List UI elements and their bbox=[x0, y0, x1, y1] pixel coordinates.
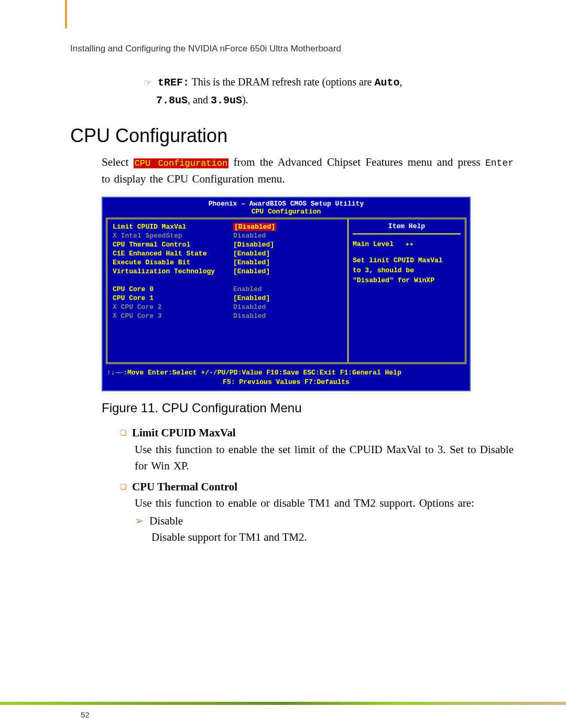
bullet-list: ❏Limit CPUID MaxVal Use this function to… bbox=[120, 425, 514, 546]
triangle-bullet-icon: ➢ bbox=[135, 515, 144, 527]
bios-row-label: CPU Core 2 bbox=[121, 303, 162, 311]
bios-row-label: Limit CPUID MaxVal bbox=[113, 223, 186, 231]
bios-row-label: Execute Disable Bit bbox=[113, 259, 190, 266]
page-footer: 52 bbox=[0, 702, 566, 728]
hand-pointer-icon: ☞ bbox=[144, 78, 152, 88]
figure-caption: Figure 11. CPU Configuration Menu bbox=[102, 401, 514, 415]
tref-val-1: 7.8uS bbox=[156, 94, 188, 106]
bios-row-label: C1E Enhanced Halt State bbox=[113, 250, 206, 258]
bios-row-core-3: X CPU Core 3 Disabled bbox=[113, 312, 342, 320]
bullet-head: Limit CPUID MaxVal bbox=[132, 426, 236, 439]
page: Installing and Configuring the NVIDIA nF… bbox=[0, 0, 566, 728]
bios-row-execute-disable[interactable]: Execute Disable Bit [Enabled] bbox=[113, 258, 342, 267]
intro-paragraph: Select CPU Configuration from the Advanc… bbox=[102, 154, 514, 187]
bios-row-value: [Enabled] bbox=[233, 250, 270, 258]
bios-help-line-2: to 3, should be bbox=[353, 265, 461, 275]
intro-text-1: Select bbox=[102, 156, 134, 168]
tref-label: tREF: bbox=[158, 77, 189, 89]
sub-bullet-desc: Disable support for TM1 and TM2. bbox=[151, 529, 514, 546]
bios-row-virtualization[interactable]: Virtualization Technology [Enabled] bbox=[113, 267, 342, 276]
bios-footer-line-2: F5: Previous Values F7:Defaults bbox=[107, 378, 465, 387]
side-accent-bar bbox=[65, 0, 67, 28]
bios-row-prefix: X bbox=[113, 303, 121, 311]
bullet-body: Use this function to enable or disable T… bbox=[135, 495, 514, 512]
bios-help-line-1: Set linit CPUID MaxVal bbox=[353, 255, 461, 265]
tref-text-4: ). bbox=[242, 94, 248, 105]
bios-row-value: Disabled bbox=[233, 303, 266, 311]
content-area: ☞ tREF: This is the DRAM refresh rate (o… bbox=[70, 0, 514, 546]
bios-row-prefix: X bbox=[113, 232, 121, 240]
bios-help-line-3: "Disabled" for WinXP bbox=[353, 275, 461, 285]
intro-text-3: to display the CPU Configuration menu. bbox=[102, 173, 285, 185]
bios-row-limit-cpuid[interactable]: Limit CPUID MaxVal [Disabled] bbox=[113, 222, 342, 231]
bios-row-label: CPU Thermal Control bbox=[113, 241, 190, 249]
bios-row-prefix: X bbox=[113, 312, 121, 320]
bios-row-core-1[interactable]: CPU Core 1 [Enabled] bbox=[113, 294, 342, 303]
tref-text-1: This is the DRAM refresh rate (options a… bbox=[189, 76, 374, 88]
intro-enter: Enter bbox=[485, 158, 514, 168]
bios-row-speedstep: X Intel SpeedStep Disabled bbox=[113, 231, 342, 240]
bios-row-value: Disabled bbox=[233, 232, 266, 240]
bios-row-value: [Disabled] bbox=[233, 241, 274, 249]
bios-row-value: Disabled bbox=[233, 312, 266, 320]
bios-row-blank bbox=[113, 276, 342, 285]
bios-row-label: CPU Core 3 bbox=[121, 312, 162, 320]
bios-row-c1e[interactable]: C1E Enhanced Halt State [Enabled] bbox=[113, 249, 342, 258]
bios-row-label: Virtualization Technology bbox=[113, 267, 215, 275]
bullet-thermal: ❏CPU Thermal Control Use this function t… bbox=[120, 479, 514, 546]
running-header: Installing and Configuring the NVIDIA nF… bbox=[70, 44, 341, 54]
intro-highlight: CPU Configuration bbox=[134, 158, 229, 168]
bullet-body: Use this function to enable the set limi… bbox=[135, 442, 514, 475]
square-bullet-icon: ❏ bbox=[120, 483, 127, 491]
tref-text-3: , and bbox=[188, 94, 211, 105]
tref-text-2: , bbox=[399, 76, 402, 88]
tref-paragraph: ☞ tREF: This is the DRAM refresh rate (o… bbox=[144, 73, 514, 109]
page-number: 52 bbox=[81, 710, 566, 719]
bios-row-value: [Enabled] bbox=[233, 259, 270, 266]
intro-text-2: from the Advanced Chipset Features menu … bbox=[228, 156, 485, 168]
triangle-right-icon: ▸▸ bbox=[406, 240, 414, 248]
bios-subtitle: CPU Configuration bbox=[103, 208, 470, 218]
bios-help-main-level-text: Main Level bbox=[353, 240, 394, 248]
bios-row-value: [Enabled] bbox=[233, 267, 270, 275]
bios-row-value: [Enabled] bbox=[233, 294, 270, 302]
bios-footer: ↑↓→←:Move Enter:Select +/-/PU/PD:Value F… bbox=[103, 366, 470, 390]
bios-title: Phoenix – AwardBIOS CMOS Setup Utility bbox=[103, 198, 470, 208]
bios-footer-line-1: ↑↓→←:Move Enter:Select +/-/PU/PD:Value F… bbox=[107, 368, 465, 378]
square-bullet-icon: ❏ bbox=[120, 429, 127, 437]
bios-help-pane: Item Help Main Level ▸▸ Set linit CPUID … bbox=[349, 219, 465, 362]
bios-row-value: Enabled bbox=[233, 285, 262, 293]
bios-screenshot: Phoenix – AwardBIOS CMOS Setup Utility C… bbox=[102, 197, 471, 391]
bios-row-value: [Disabled] bbox=[233, 223, 276, 231]
bios-row-core-2: X CPU Core 2 Disabled bbox=[113, 303, 342, 312]
tref-auto: Auto bbox=[374, 77, 399, 89]
bullet-head: CPU Thermal Control bbox=[132, 480, 237, 493]
sub-bullet-disable: ➢Disable bbox=[120, 513, 514, 530]
tref-val-2: 3.9uS bbox=[211, 94, 242, 106]
section-title: CPU Configuration bbox=[70, 125, 514, 147]
bios-inner-frame: Limit CPUID MaxVal [Disabled] X Intel Sp… bbox=[106, 218, 466, 364]
footer-gradient-bar bbox=[0, 702, 566, 705]
bios-help-main-level: Main Level ▸▸ bbox=[353, 239, 461, 249]
bios-row-thermal[interactable]: CPU Thermal Control [Disabled] bbox=[113, 240, 342, 249]
bios-row-label: Intel SpeedStep bbox=[121, 232, 182, 240]
bios-help-title: Item Help bbox=[353, 222, 461, 234]
bullet-limit-cpuid: ❏Limit CPUID MaxVal Use this function to… bbox=[120, 425, 514, 475]
bios-row-core-0: CPU Core 0 Enabled bbox=[113, 285, 342, 294]
sub-bullet-label: Disable bbox=[149, 515, 183, 527]
bios-left-pane: Limit CPUID MaxVal [Disabled] X Intel Sp… bbox=[107, 219, 349, 362]
bios-row-label: CPU Core 1 bbox=[113, 294, 154, 302]
bios-row-label: CPU Core 0 bbox=[113, 285, 154, 293]
